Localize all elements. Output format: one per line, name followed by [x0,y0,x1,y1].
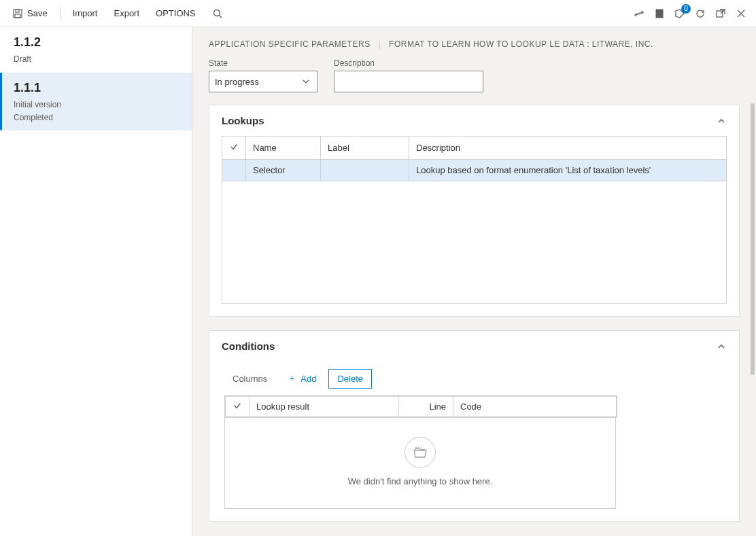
conditions-table-wrap: Lookup result Line Code [224,395,617,418]
svg-rect-2 [15,14,20,18]
close-icon[interactable] [736,8,746,19]
version-status: Draft [14,54,178,65]
version-subtitle: Initial version [14,99,178,111]
conditions-title: Conditions [222,340,275,352]
version-number: 1.1.1 [14,81,178,95]
empty-message: We didn't find anything to show here. [225,476,615,486]
row-name: Selector [246,160,321,181]
state-select[interactable]: In progress [209,71,317,92]
toolbar-separator [60,7,61,20]
toolbar-left: Save Import Export OPTIONS [5,4,230,23]
svg-rect-1 [16,10,19,12]
refresh-icon[interactable] [695,8,706,19]
import-label: Import [73,8,98,18]
lookup-result-column-header[interactable]: Lookup result [250,397,399,417]
state-label: State [209,58,317,68]
toolbar-right: 0 [634,8,751,19]
lookups-title: Lookups [222,115,264,126]
popout-icon[interactable] [715,8,726,19]
notification-count: 0 [681,4,691,14]
search-icon [212,8,223,19]
empty-folder-icon [405,437,436,468]
columns-label: Columns [233,374,267,384]
breadcrumb-part2: FORMAT TO LEARN HOW TO LOOKUP LE DATA : … [389,39,653,49]
options-button[interactable]: OPTIONS [149,4,203,22]
chevron-up-icon [716,115,727,126]
description-column-header[interactable]: Description [409,137,727,160]
conditions-table: Lookup result Line Code [225,396,617,417]
state-field: State In progress [209,58,317,92]
search-button[interactable] [205,4,230,23]
scrollbar[interactable] [751,103,755,375]
conditions-toolbar: Columns ＋ Add Delete [209,361,739,395]
row-label [321,160,409,181]
import-button[interactable]: Import [66,4,105,22]
svg-point-7 [640,12,642,14]
line-column-header[interactable]: Line [399,397,453,417]
lookups-table: Name Label Description Selector Lookup b… [222,136,727,181]
chevron-up-icon [716,341,727,352]
save-label: Save [27,8,48,18]
options-label: OPTIONS [156,8,196,18]
svg-rect-9 [717,11,723,17]
export-button[interactable]: Export [107,4,146,22]
row-check[interactable] [222,160,246,181]
svg-point-6 [638,13,640,14]
code-column-header[interactable]: Code [453,397,617,417]
lookups-header-row: Name Label Description [222,137,727,160]
state-value: In progress [215,77,259,87]
office-icon[interactable] [654,8,665,19]
version-sidebar: 1.1.2 Draft 1.1.1 Initial version Comple… [0,27,192,536]
table-row[interactable]: Selector Lookup based on format enumerat… [222,160,727,181]
chevron-down-icon [300,76,311,87]
breadcrumb-separator: | [379,39,381,49]
description-field: Description [334,58,483,92]
conditions-empty-state: We didn't find anything to show here. [224,418,616,509]
check-column-header[interactable] [226,397,250,417]
save-button[interactable]: Save [5,4,54,23]
label-column-header[interactable]: Label [321,137,409,160]
lookups-body: Name Label Description Selector Lookup b… [209,136,739,316]
svg-rect-8 [656,10,663,18]
export-label: Export [114,8,139,18]
conditions-header[interactable]: Conditions [209,331,739,361]
version-item-112[interactable]: 1.1.2 Draft [0,27,192,73]
top-toolbar: Save Import Export OPTIONS 0 [0,0,756,27]
version-item-111[interactable]: 1.1.1 Initial version Completed [0,73,192,131]
conditions-panel: Conditions Columns ＋ Add Delete [209,330,740,522]
lookups-empty-area [222,181,727,304]
field-row: State In progress Description [192,58,756,105]
delete-label: Delete [337,374,363,384]
save-icon [12,8,23,19]
breadcrumb-part1: APPLICATION SPECIFIC PARAMETERS [209,39,371,49]
conditions-body: Columns ＋ Add Delete [209,361,739,509]
conditions-header-row: Lookup result Line Code [226,397,617,417]
row-description: Lookup based on format enumeration 'List… [409,160,727,181]
notifications-button[interactable]: 0 [674,8,685,19]
svg-point-5 [636,14,638,15]
description-label: Description [334,58,483,68]
check-column-header[interactable] [222,137,246,160]
svg-line-4 [219,15,222,18]
version-status: Completed [14,112,178,124]
plus-icon: ＋ [288,372,296,385]
name-column-header[interactable]: Name [246,137,321,160]
main-layout: 1.1.2 Draft 1.1.1 Initial version Comple… [0,27,756,536]
add-label: Add [300,374,316,384]
version-number: 1.1.2 [14,35,178,50]
lookups-header[interactable]: Lookups [209,105,739,136]
delete-button[interactable]: Delete [328,369,372,389]
description-input[interactable] [334,71,483,92]
content-area: APPLICATION SPECIFIC PARAMETERS | FORMAT… [192,27,756,536]
columns-button[interactable]: Columns [224,370,275,388]
svg-point-3 [213,10,220,16]
breadcrumb: APPLICATION SPECIFIC PARAMETERS | FORMAT… [192,27,756,58]
lookups-panel: Lookups Name Label Description [209,105,740,317]
connector-icon[interactable] [634,8,645,19]
add-button[interactable]: ＋ Add [279,368,324,389]
